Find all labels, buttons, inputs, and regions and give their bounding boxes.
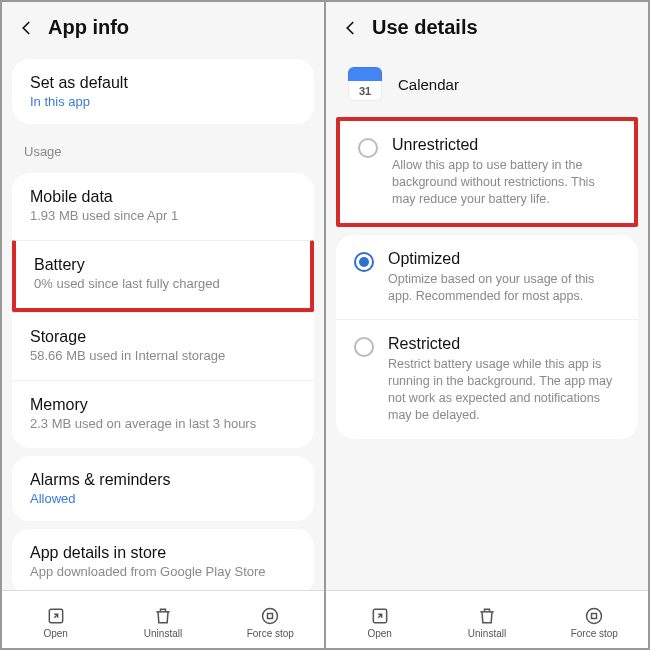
alarms-card[interactable]: Alarms & reminders Allowed bbox=[12, 456, 314, 521]
storage-row[interactable]: Storage 58.66 MB used in Internal storag… bbox=[12, 312, 314, 380]
open-icon bbox=[370, 606, 390, 626]
page-title: App info bbox=[48, 16, 129, 39]
svg-point-4 bbox=[587, 609, 602, 624]
app-name: Calendar bbox=[398, 76, 459, 93]
set-default-sub: In this app bbox=[30, 94, 296, 109]
store-card[interactable]: App details in store App downloaded from… bbox=[12, 529, 314, 596]
nav-uninstall[interactable]: Uninstall bbox=[109, 591, 216, 648]
trash-icon bbox=[477, 606, 497, 626]
back-icon[interactable] bbox=[340, 17, 362, 39]
app-info-pane: App info Set as default In this app Usag… bbox=[2, 2, 326, 648]
bottom-nav: Open Uninstall Force stop bbox=[2, 590, 324, 648]
radio-optimized[interactable] bbox=[354, 252, 374, 272]
trash-icon bbox=[153, 606, 173, 626]
battery-row[interactable]: Battery 0% used since last fully charged bbox=[12, 240, 314, 312]
bottom-nav: Open Uninstall Force stop bbox=[326, 590, 648, 648]
usage-card: Mobile data 1.93 MB used since Apr 1 Bat… bbox=[12, 173, 314, 448]
restricted-row[interactable]: Restricted Restrict battery usage while … bbox=[336, 319, 638, 439]
radio-restricted[interactable] bbox=[354, 337, 374, 357]
nav-open[interactable]: Open bbox=[2, 591, 109, 648]
usage-section-label: Usage bbox=[2, 132, 324, 165]
nav-uninstall[interactable]: Uninstall bbox=[433, 591, 540, 648]
nav-open[interactable]: Open bbox=[326, 591, 433, 648]
options-card: Optimized Optimize based on your usage o… bbox=[336, 235, 638, 439]
svg-rect-2 bbox=[268, 614, 273, 619]
app-header: Calendar bbox=[326, 51, 648, 111]
radio-unrestricted[interactable] bbox=[358, 138, 378, 158]
nav-force-stop[interactable]: Force stop bbox=[541, 591, 648, 648]
set-default-card[interactable]: Set as default In this app bbox=[12, 59, 314, 124]
open-icon bbox=[46, 606, 66, 626]
set-default-title: Set as default bbox=[30, 74, 296, 92]
unrestricted-card[interactable]: Unrestricted Allow this app to use batte… bbox=[336, 117, 638, 227]
header: Use details bbox=[326, 2, 648, 51]
calendar-icon bbox=[348, 67, 382, 101]
header: App info bbox=[2, 2, 324, 51]
mobile-data-row[interactable]: Mobile data 1.93 MB used since Apr 1 bbox=[12, 173, 314, 240]
optimized-row[interactable]: Optimized Optimize based on your usage o… bbox=[336, 235, 638, 320]
svg-point-1 bbox=[263, 609, 278, 624]
use-details-pane: Use details Calendar Unrestricted Allow … bbox=[326, 2, 648, 648]
stop-icon bbox=[584, 606, 604, 626]
memory-row[interactable]: Memory 2.3 MB used on average in last 3 … bbox=[12, 380, 314, 448]
nav-force-stop[interactable]: Force stop bbox=[217, 591, 324, 648]
back-icon[interactable] bbox=[16, 17, 38, 39]
page-title: Use details bbox=[372, 16, 478, 39]
svg-rect-5 bbox=[592, 614, 597, 619]
stop-icon bbox=[260, 606, 280, 626]
